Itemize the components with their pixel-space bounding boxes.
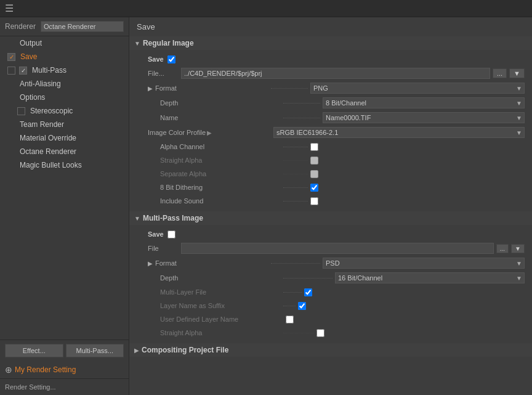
multipass-format-label: Format bbox=[155, 259, 278, 267]
user-defined-checkbox[interactable] bbox=[286, 316, 294, 324]
multipass-checkbox[interactable] bbox=[7, 67, 15, 75]
sidebar-item-label: Save bbox=[20, 52, 37, 61]
user-defined-row: User Defined Layer Name bbox=[129, 312, 532, 326]
compositing-collapse-icon: ▶ bbox=[134, 347, 139, 354]
dithering-label: 8 Bit Dithering bbox=[160, 184, 283, 191]
multipass-button[interactable]: Multi-Pass... bbox=[66, 344, 124, 357]
file-dropdown-button[interactable]: ▼ bbox=[509, 68, 525, 78]
sidebar-item-label: Octane Renderer bbox=[20, 147, 76, 156]
multipass-format-select[interactable]: PSD TIFF EXR bbox=[323, 258, 525, 269]
sidebar: Renderer Octane Renderer Standard Physic… bbox=[0, 17, 129, 395]
effect-button[interactable]: Effect... bbox=[5, 344, 63, 357]
depth-row: Depth 8 Bit/Channel 16 Bit/Channel ▼ bbox=[129, 96, 532, 110]
multi-layer-row: Multi-Layer File bbox=[129, 285, 532, 299]
section-collapse-icon: ▼ bbox=[134, 40, 140, 47]
name-label: Name bbox=[160, 114, 283, 121]
multipass-file-browse-button[interactable]: ... bbox=[496, 244, 509, 253]
regular-image-header[interactable]: ▼ Regular Image bbox=[129, 36, 532, 50]
render-setting-footer-label: Render Setting... bbox=[5, 383, 56, 391]
sidebar-list: Output ✓ Save ✓ Multi-Pass Anti-Aliasing… bbox=[0, 36, 129, 340]
dithering-checkbox[interactable] bbox=[310, 184, 318, 192]
sidebar-item-options[interactable]: Options bbox=[0, 91, 129, 104]
layer-name-suffix-checkbox[interactable] bbox=[298, 302, 306, 310]
format-select[interactable]: PNG JPEG TIFF bbox=[310, 83, 525, 94]
sidebar-item-octane-renderer[interactable]: Octane Renderer bbox=[0, 145, 129, 158]
sidebar-item-magic-bullet[interactable]: Magic Bullet Looks bbox=[0, 158, 129, 172]
content-title: Save bbox=[137, 22, 155, 31]
compositing-header[interactable]: ▶ Compositing Project File bbox=[129, 343, 532, 357]
include-sound-label: Include Sound bbox=[160, 197, 283, 205]
sidebar-bottom: Effect... Multi-Pass... ⊕ My Render Sett… bbox=[0, 340, 129, 395]
sidebar-item-save[interactable]: ✓ Save bbox=[0, 50, 129, 63]
renderer-row: Renderer Octane Renderer Standard Physic… bbox=[0, 17, 129, 36]
name-select-wrapper: Name0000.TIF ▼ bbox=[323, 112, 525, 123]
color-profile-row: Image Color Profile ▶ sRGB IEC61966-2.1 … bbox=[129, 125, 532, 140]
sidebar-item-output[interactable]: Output bbox=[0, 36, 129, 50]
sidebar-item-label: Anti-Aliasing bbox=[20, 79, 61, 88]
save-checkbox[interactable]: ✓ bbox=[7, 53, 15, 61]
content-header: Save bbox=[129, 17, 532, 36]
straight-alpha-checkbox[interactable] bbox=[310, 157, 318, 165]
regular-image-body: Save File... ... ▼ ▶ Format bbox=[129, 50, 532, 210]
stereo-checkbox[interactable] bbox=[17, 107, 25, 115]
multipass-file-input[interactable] bbox=[181, 243, 494, 254]
sidebar-item-material-override[interactable]: Material Override bbox=[0, 131, 129, 145]
multipass-depth-row: Depth 16 Bit/Channel 8 Bit/Channel 32 Bi… bbox=[129, 271, 532, 285]
sidebar-buttons: Effect... Multi-Pass... bbox=[0, 340, 129, 361]
separate-alpha-checkbox[interactable] bbox=[310, 170, 318, 178]
include-sound-row: Include Sound bbox=[129, 194, 532, 208]
save-label: Save bbox=[148, 55, 164, 63]
format-expand-icon[interactable]: ▶ bbox=[148, 85, 153, 92]
multipass-file-label: File bbox=[148, 245, 179, 252]
renderer-label: Renderer bbox=[5, 22, 36, 31]
sidebar-item-label: Material Override bbox=[20, 134, 76, 142]
sidebar-item-anti-aliasing[interactable]: Anti-Aliasing bbox=[0, 77, 129, 91]
depth-select[interactable]: 8 Bit/Channel 16 Bit/Channel bbox=[323, 97, 525, 108]
color-profile-select[interactable]: sRGB IEC61966-2.1 Linear bbox=[273, 127, 525, 138]
file-input[interactable] bbox=[181, 68, 490, 79]
multi-pass-image-body: Save File ... ▼ ▶ Format bbox=[129, 225, 532, 342]
alpha-channel-label: Alpha Channel bbox=[160, 143, 283, 150]
file-browse-button[interactable]: ... bbox=[493, 68, 507, 78]
content: Save ▼ Regular Image Save File... ... bbox=[129, 17, 532, 395]
user-defined-label: User Defined Layer Name bbox=[160, 316, 283, 323]
sidebar-item-stereoscopic[interactable]: Stereoscopic bbox=[0, 104, 129, 118]
save-checkbox[interactable] bbox=[167, 55, 175, 63]
hamburger-icon[interactable]: ☰ bbox=[5, 2, 14, 14]
depth-label: Depth bbox=[160, 99, 283, 107]
multipass-straight-alpha-checkbox[interactable] bbox=[316, 329, 324, 337]
multipass-straight-alpha-row: Straight Alpha bbox=[129, 326, 532, 340]
multi-pass-image-section: ▼ Multi-Pass Image Save File ... ▼ bbox=[129, 211, 532, 342]
separate-alpha-label: Separate Alpha bbox=[160, 170, 283, 177]
format-label: Format bbox=[155, 84, 278, 92]
save-row: Save bbox=[129, 52, 532, 66]
name-select[interactable]: Name0000.TIF bbox=[323, 112, 525, 123]
multipass-checkbox2[interactable]: ✓ bbox=[19, 67, 27, 75]
multipass-file-dropdown-button[interactable]: ▼ bbox=[511, 244, 525, 253]
regular-image-section: ▼ Regular Image Save File... ... ▼ bbox=[129, 36, 532, 210]
layer-name-suffix-row: Layer Name as Suffix bbox=[129, 299, 532, 312]
multi-layer-checkbox[interactable] bbox=[304, 288, 312, 296]
sidebar-item-label: Multi-Pass bbox=[32, 66, 66, 75]
multi-pass-image-header[interactable]: ▼ Multi-Pass Image bbox=[129, 211, 532, 225]
depth-select-wrapper: 8 Bit/Channel 16 Bit/Channel ▼ bbox=[323, 97, 525, 108]
multipass-format-expand-icon[interactable]: ▶ bbox=[148, 260, 153, 267]
top-bar: ☰ bbox=[0, 0, 532, 17]
sidebar-item-team-render[interactable]: Team Render bbox=[0, 118, 129, 131]
sidebar-item-multipass[interactable]: ✓ Multi-Pass bbox=[0, 63, 129, 77]
multipass-collapse-icon: ▼ bbox=[134, 215, 140, 222]
multipass-depth-select[interactable]: 16 Bit/Channel 8 Bit/Channel 32 Bit/Chan… bbox=[335, 272, 525, 283]
multipass-format-row: ▶ Format PSD TIFF EXR ▼ bbox=[129, 256, 532, 271]
alpha-channel-checkbox[interactable] bbox=[310, 143, 318, 151]
render-setting-footer[interactable]: Render Setting... bbox=[0, 378, 129, 395]
renderer-select[interactable]: Octane Renderer Standard Physical bbox=[41, 21, 124, 32]
multi-pass-image-title: Multi-Pass Image bbox=[143, 214, 203, 222]
file-label: File... bbox=[148, 70, 179, 77]
multipass-straight-alpha-label: Straight Alpha bbox=[160, 329, 283, 336]
color-profile-label: Image Color Profile ▶ bbox=[148, 129, 271, 136]
render-setting-row: ⊕ My Render Setting bbox=[0, 361, 129, 378]
multipass-save-row: Save bbox=[129, 227, 532, 241]
separate-alpha-row: Separate Alpha bbox=[129, 167, 532, 181]
include-sound-checkbox[interactable] bbox=[310, 197, 318, 205]
multipass-save-checkbox[interactable] bbox=[167, 230, 175, 238]
